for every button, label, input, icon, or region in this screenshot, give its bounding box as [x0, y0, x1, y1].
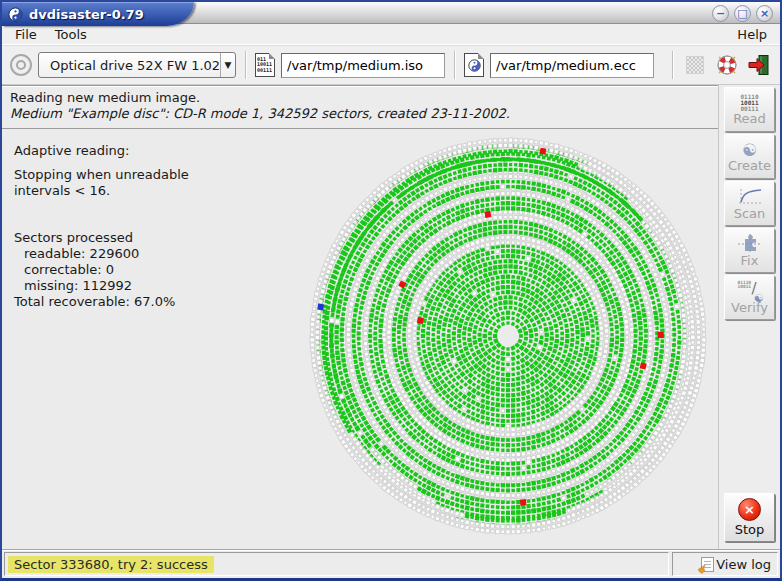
scan-curve-icon [737, 187, 763, 207]
ecc-path-input[interactable] [490, 53, 654, 78]
titlebar-tab: dvdisaster-0.79 [2, 2, 194, 26]
ecc-file-icon [464, 53, 484, 77]
toolbar-separator [245, 51, 246, 79]
reading-view: Adaptive reading: Stopping when unreadab… [2, 129, 718, 549]
stopping-rule-line1: Stopping when unreadable [14, 167, 189, 183]
toolbar-separator [672, 51, 673, 79]
ecc-yinyang-icon [468, 59, 481, 72]
status-line-action: Reading new medium image. [10, 90, 710, 105]
create-button-label: Create [728, 159, 771, 173]
help-button[interactable] [713, 52, 740, 79]
menu-file[interactable]: File [6, 26, 46, 43]
drive-select-value: Optical drive 52X FW 1.02 [39, 58, 220, 73]
preferences-button-disabled [681, 52, 708, 79]
titlebar[interactable]: dvdisaster-0.79 − □ × [2, 0, 780, 24]
stopping-rule-line2: intervals < 16. [14, 183, 189, 199]
stop-button[interactable]: × Stop [724, 493, 775, 542]
statusbar-message-area: Sector 333680, try 2: success [4, 552, 669, 576]
stop-button-label: Stop [735, 522, 765, 537]
image-file-icon: 011 10011 00111 [255, 53, 275, 77]
pointing-hand-icon: ☛ [696, 562, 711, 577]
disc-spiral-visualization [302, 130, 714, 542]
close-button[interactable]: × [756, 5, 773, 22]
read-button-label: Read [733, 112, 766, 126]
scan-button[interactable]: Scan [724, 181, 775, 226]
disabled-icon [686, 56, 704, 74]
menubar: File Tools Help [2, 24, 780, 45]
status-line-medium: Medium "Example disc": CD-R mode 1, 3425… [10, 106, 710, 121]
sectors-header: Sectors processed [14, 230, 189, 246]
drive-select-dropdown[interactable]: Optical drive 52X FW 1.02 ▼ [38, 52, 236, 78]
action-sidebar: 01110 10011 00111 Read ☯ Create Scan [718, 85, 780, 549]
read-button[interactable]: 01110 10011 00111 Read [724, 87, 775, 132]
toolbar-separator [454, 51, 455, 79]
chevron-down-icon[interactable]: ▼ [220, 53, 235, 77]
statusbar: Sector 333680, try 2: success ☛ View log [2, 549, 780, 578]
fix-button-label: Fix [741, 254, 759, 268]
minimize-button[interactable]: − [712, 5, 729, 22]
exit-door-icon [747, 53, 771, 77]
create-button[interactable]: ☯ Create [724, 134, 775, 179]
menu-tools[interactable]: Tools [46, 26, 96, 43]
reading-info-block: Adaptive reading: Stopping when unreadab… [14, 143, 189, 310]
app-window: dvdisaster-0.79 − □ × File Tools Help Op… [0, 0, 782, 581]
window-title: dvdisaster-0.79 [29, 7, 144, 22]
stop-x-icon: × [738, 498, 761, 521]
verify-icon: 01110 10011 ∕ ☯ [738, 281, 762, 301]
log-document-icon: ☛ [701, 557, 714, 572]
image-file-icon-line: 00111 [257, 68, 274, 74]
drive-icon [10, 54, 32, 76]
verify-button[interactable]: 01110 10011 ∕ ☯ Verify [724, 275, 775, 320]
iso-path-input[interactable] [281, 53, 445, 78]
statusbar-message: Sector 333680, try 2: success [8, 556, 214, 573]
status-panel: Reading new medium image. Medium "Exampl… [2, 85, 718, 129]
app-yinyang-icon [8, 7, 23, 22]
fix-button[interactable]: Fix [724, 228, 775, 273]
total-recoverable: Total recoverable: 67.0% [14, 294, 189, 310]
sectors-readable: readable: 229600 [14, 246, 189, 262]
maximize-button[interactable]: □ [734, 5, 751, 22]
menu-help[interactable]: Help [728, 26, 776, 43]
lifebuoy-icon [715, 53, 739, 77]
toolbar: Optical drive 52X FW 1.02 ▼ 011 10011 00… [2, 45, 780, 85]
puzzle-piece-icon [738, 234, 762, 254]
view-log-label: View log [716, 557, 771, 572]
yinyang-icon: ☯ [742, 141, 757, 159]
quit-button[interactable] [745, 52, 772, 79]
reading-mode-label: Adaptive reading: [14, 143, 189, 159]
view-log-button[interactable]: ☛ View log [672, 552, 778, 576]
sectors-missing: missing: 112992 [14, 278, 189, 294]
read-binary-icon: 01110 10011 00111 [740, 94, 758, 112]
scan-button-label: Scan [734, 207, 766, 221]
sectors-correctable: correctable: 0 [14, 262, 189, 278]
